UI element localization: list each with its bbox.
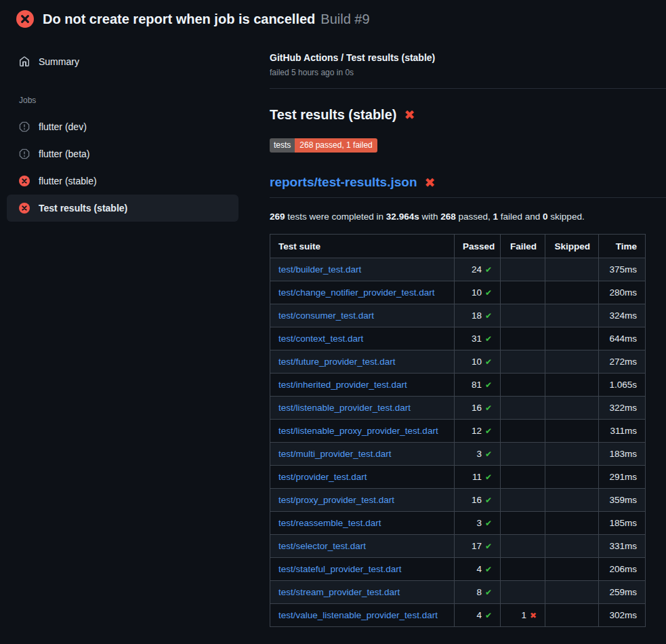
time-cell: 185ms [599, 512, 646, 535]
time-cell: 272ms [599, 350, 646, 374]
table-row: test/reassemble_test.dart3✔185ms [270, 512, 646, 535]
page-title: Do not create report when job is cancell… [43, 12, 315, 27]
test-suite-link[interactable]: test/stream_provider_test.dart [278, 587, 400, 597]
test-suite-link[interactable]: test/context_test.dart [278, 334, 363, 344]
test-suite-link[interactable]: test/inherited_provider_test.dart [278, 380, 407, 390]
table-row: test/selector_test.dart17✔331ms [270, 535, 646, 558]
test-suite-link[interactable]: test/consumer_test.dart [278, 310, 374, 321]
check-icon: ✔ [485, 380, 492, 390]
table-row: test/stateful_provider_test.dart4✔206ms [270, 558, 646, 581]
test-suite-cell: test/stream_provider_test.dart [270, 581, 455, 604]
test-suite-cell: test/inherited_provider_test.dart [270, 374, 455, 397]
test-suite-link[interactable]: test/provider_test.dart [278, 472, 367, 482]
test-suite-link[interactable]: test/future_provider_test.dart [278, 357, 396, 367]
test-suite-cell: test/context_test.dart [270, 327, 455, 350]
check-icon: ✔ [485, 472, 492, 482]
cancelled-icon [19, 148, 30, 159]
failed-cell [501, 466, 545, 489]
summary-text: passed, [456, 212, 493, 222]
time-cell: 322ms [599, 397, 646, 420]
passed-cell: 17✔ [455, 535, 501, 558]
col-header-time: Time [599, 235, 646, 258]
main-content: GitHub Actions / Test results (stable) f… [270, 37, 666, 627]
test-suite-cell: test/selector_test.dart [270, 535, 455, 558]
skipped-cell [545, 397, 599, 420]
skipped-cell [545, 512, 599, 535]
test-suite-cell: test/future_provider_test.dart [270, 350, 455, 374]
run-status-line: failed 5 hours ago in 0s [270, 68, 666, 77]
sidebar-item-summary[interactable]: Summary [7, 48, 238, 75]
sidebar-item-test-results-stable-[interactable]: Test results (stable) [7, 195, 238, 222]
test-suite-link[interactable]: test/listenable_provider_test.dart [278, 403, 411, 413]
test-suite-link[interactable]: test/proxy_provider_test.dart [278, 495, 394, 505]
summary-failed: 1 [493, 212, 499, 222]
failed-cell [501, 443, 545, 466]
report-failed-x-icon: ✖ [425, 176, 436, 189]
failed-x-icon: ✖ [404, 108, 415, 121]
failed-cell [501, 535, 545, 558]
check-icon: ✔ [485, 611, 492, 620]
failed-cell: 1✖ [501, 604, 545, 627]
test-suite-cell: test/listenable_proxy_provider_test.dart [270, 420, 455, 443]
test-suite-link[interactable]: test/builder_test.dart [278, 264, 361, 275]
check-icon: ✔ [485, 449, 492, 459]
sidebar-item-flutter-stable-[interactable]: flutter (stable) [7, 167, 238, 195]
test-suite-link[interactable]: test/selector_test.dart [278, 541, 366, 551]
summary-skipped: 0 [543, 212, 548, 222]
failed-status-icon [16, 10, 34, 28]
test-suite-link[interactable]: test/stateful_provider_test.dart [278, 564, 402, 574]
skipped-cell [545, 581, 599, 604]
passed-cell: 12✔ [455, 420, 501, 443]
sidebar-item-flutter-beta-[interactable]: flutter (beta) [7, 140, 238, 167]
results-table-body: test/builder_test.dart24✔375mstest/chang… [270, 258, 646, 627]
test-suite-cell: test/multi_provider_test.dart [270, 443, 455, 466]
check-icon: ✔ [485, 311, 492, 321]
table-header-row: Test suite Passed Failed Skipped Time [270, 235, 646, 258]
sidebar-summary-label: Summary [39, 56, 79, 67]
skipped-cell [545, 350, 599, 374]
failed-cell [501, 327, 545, 350]
summary-text: with [419, 212, 441, 222]
test-suite-link[interactable]: test/listenable_proxy_provider_test.dart [278, 426, 438, 436]
test-suite-cell: test/stateful_provider_test.dart [270, 558, 455, 581]
skipped-cell [545, 327, 599, 350]
table-row: test/proxy_provider_test.dart16✔359ms [270, 489, 646, 512]
test-results-table: Test suite Passed Failed Skipped Time te… [270, 234, 646, 627]
passed-cell: 8✔ [455, 581, 501, 604]
test-suite-link[interactable]: test/multi_provider_test.dart [278, 449, 392, 459]
test-suite-link[interactable]: test/value_listenable_provider_test.dart [278, 610, 438, 620]
cross-icon: ✖ [530, 611, 537, 620]
passed-cell: 11✔ [455, 466, 501, 489]
passed-cell: 3✔ [455, 443, 501, 466]
time-cell: 1.065s [599, 374, 646, 397]
report-file-link[interactable]: reports/test-results.json [270, 175, 417, 190]
badge-value: 268 passed, 1 failed [295, 138, 377, 153]
failed-cell [501, 420, 545, 443]
time-cell: 324ms [599, 304, 646, 327]
test-suite-cell: test/listenable_provider_test.dart [270, 397, 455, 420]
time-cell: 302ms [599, 604, 646, 627]
failed-cell [501, 258, 545, 281]
col-header-test-suite: Test suite [270, 235, 455, 258]
check-icon: ✔ [485, 288, 492, 298]
sidebar-item-flutter-dev-[interactable]: flutter (dev) [7, 113, 238, 140]
sidebar-jobs-list: flutter (dev) flutter (beta) flutter (st… [0, 113, 264, 222]
time-cell: 311ms [599, 420, 646, 443]
job-results-page: Do not create report when job is cancell… [0, 0, 666, 644]
passed-cell: 16✔ [455, 397, 501, 420]
summary-text: tests were completed in [285, 212, 386, 222]
summary-text: skipped. [548, 212, 585, 222]
passed-cell: 10✔ [455, 281, 501, 304]
check-icon: ✔ [485, 565, 492, 574]
check-icon: ✔ [485, 426, 492, 436]
time-cell: 359ms [599, 489, 646, 512]
col-header-failed: Failed [501, 235, 545, 258]
skipped-cell [545, 420, 599, 443]
time-cell: 183ms [599, 443, 646, 466]
test-suite-cell: test/change_notifier_provider_test.dart [270, 281, 455, 304]
table-row: test/multi_provider_test.dart3✔183ms [270, 443, 646, 466]
skipped-cell [545, 466, 599, 489]
test-suite-link[interactable]: test/change_notifier_provider_test.dart [278, 287, 434, 298]
summary-duration: 32.964s [386, 212, 419, 222]
test-suite-link[interactable]: test/reassemble_test.dart [278, 518, 381, 528]
